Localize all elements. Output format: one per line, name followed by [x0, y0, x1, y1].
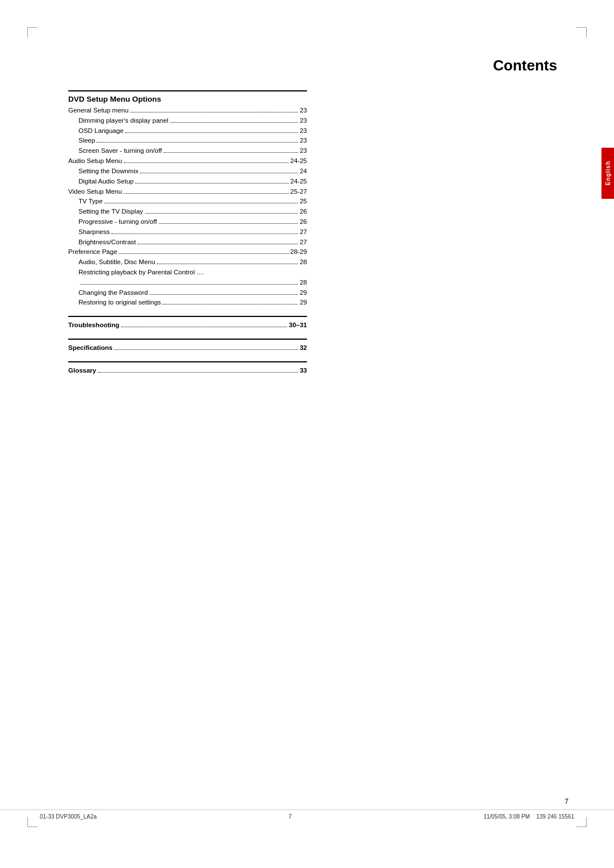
toc-label: Glossary	[68, 366, 96, 376]
toc-item-tv-type: TV Type 25	[68, 197, 307, 207]
toc-label: Specifications	[68, 343, 113, 353]
page-number: 7	[565, 798, 569, 806]
troubleshooting-divider	[68, 316, 307, 317]
corner-mark-tl	[27, 27, 38, 37]
toc-page: 28-29	[291, 247, 307, 257]
footer-date: 11/05/05, 3:08 PM	[483, 813, 530, 820]
toc-dots	[135, 183, 288, 183]
toc-page: 23	[300, 136, 307, 146]
toc-label: Audio Setup Menu	[68, 156, 122, 166]
toc-dots	[150, 294, 298, 295]
toc-dots	[164, 152, 298, 153]
toc-page: 24	[300, 166, 307, 177]
specifications-divider	[68, 339, 307, 340]
page-title: Contents	[68, 57, 580, 74]
toc-page: 28	[300, 278, 307, 288]
toc-dots	[121, 327, 287, 327]
toc-dots	[125, 132, 298, 133]
table-of-contents: DVD Setup Menu Options General Setup men…	[68, 90, 307, 376]
english-language-tab: English	[601, 148, 614, 199]
footer-timestamp: 11/05/05, 3:08 PM 139 246 15561	[483, 813, 574, 820]
toc-dots	[163, 304, 298, 304]
toc-item-parental-control: Restricting playback by Parental Control…	[68, 268, 307, 278]
toc-item-sleep: Sleep 23	[68, 136, 307, 146]
toc-item-password: Changing the Password 29	[68, 288, 307, 298]
toc-page: 24-25	[291, 177, 307, 187]
toc-page: 23	[300, 146, 307, 156]
dvd-setup-header: DVD Setup Menu Options	[68, 95, 307, 103]
toc-label: Video Setup Menu	[68, 187, 122, 197]
toc-label: Sharpness	[78, 227, 110, 237]
toc-item-osd: OSD Language 23	[68, 126, 307, 136]
toc-label: Digital Audio Setup	[78, 177, 134, 187]
toc-dots	[140, 173, 298, 173]
toc-label: Audio, Subtitle, Disc Menu	[78, 257, 155, 268]
toc-label: Preference Page	[68, 247, 117, 257]
toc-page: 29	[300, 288, 307, 298]
toc-item-tv-display: Setting the TV Display 26	[68, 207, 307, 217]
toc-label: Sleep	[78, 136, 95, 146]
corner-mark-tr	[576, 27, 587, 37]
toc-page: 28	[300, 257, 307, 268]
toc-label: Setting the TV Display	[78, 207, 143, 217]
toc-item-glossary: Glossary 33	[68, 366, 307, 376]
toc-label: Troubleshooting	[68, 320, 119, 331]
toc-page: 23	[300, 116, 307, 126]
toc-item-digital-audio: Digital Audio Setup 24-25	[68, 177, 307, 187]
toc-page: 27	[300, 227, 307, 237]
toc-dots	[111, 233, 298, 234]
toc-dots	[119, 253, 288, 254]
toc-page: 23	[300, 126, 307, 136]
toc-label: TV Type	[78, 197, 103, 207]
footer-code: 139 246 15561	[536, 813, 574, 820]
toc-label: Restoring to original settings	[78, 298, 161, 308]
toc-item-general-setup: General Setup menu 23	[68, 106, 307, 116]
gap3	[68, 353, 307, 361]
toc-dots	[170, 122, 298, 123]
glossary-divider	[68, 361, 307, 362]
toc-page: 27	[300, 237, 307, 248]
toc-dots	[138, 244, 298, 244]
footer-doc-ref: 01-33 DVP3005_LA2a	[40, 813, 97, 820]
toc-page: 33	[300, 366, 307, 376]
toc-item-sharpness: Sharpness 27	[68, 227, 307, 237]
toc-dots	[97, 142, 298, 143]
footer: 01-33 DVP3005_LA2a 7 11/05/05, 3:08 PM 1…	[0, 809, 614, 820]
toc-page: 30–31	[289, 320, 307, 331]
toc-label: Brightness/Contrast	[78, 237, 136, 248]
gap1	[68, 308, 307, 316]
toc-label: Progressive - turning on/off	[78, 217, 157, 227]
toc-page: 24-25	[291, 156, 307, 166]
toc-item-progressive: Progressive - turning on/off 26	[68, 217, 307, 227]
toc-label: Changing the Password	[78, 288, 148, 298]
toc-label: Setting the Downmix	[78, 166, 138, 177]
toc-page: 26	[300, 217, 307, 227]
toc-dots	[130, 112, 298, 112]
toc-page: 25-27	[291, 187, 307, 197]
toc-item-audio-setup: Audio Setup Menu 24-25	[68, 156, 307, 166]
toc-item-preference: Preference Page 28-29	[68, 247, 307, 257]
main-content: Contents DVD Setup Menu Options General …	[68, 57, 580, 376]
toc-page: 29	[300, 298, 307, 308]
toc-item-brightness: Brightness/Contrast 27	[68, 237, 307, 248]
toc-label: OSD Language	[78, 126, 123, 136]
toc-label: Dimming player's display panel	[78, 116, 168, 126]
toc-dots	[105, 203, 298, 203]
toc-label: Restricting playback by Parental Control…	[78, 268, 204, 278]
toc-item-audio-subtitle: Audio, Subtitle, Disc Menu 28	[68, 257, 307, 268]
toc-item-downmix: Setting the Downmix 24	[68, 166, 307, 177]
toc-item-restore: Restoring to original settings 29	[68, 298, 307, 308]
dvd-setup-divider	[68, 90, 307, 91]
toc-dots	[114, 349, 298, 350]
toc-label: Screen Saver - turning on/off	[78, 146, 162, 156]
toc-item-dimming: Dimming player's display panel 23	[68, 116, 307, 126]
page: English Contents DVD Setup Menu Options …	[0, 0, 614, 868]
toc-page: 25	[300, 197, 307, 207]
toc-item-troubleshooting: Troubleshooting 30–31	[68, 320, 307, 331]
footer-page: 7	[288, 813, 292, 820]
toc-page: 26	[300, 207, 307, 217]
toc-dots	[123, 193, 288, 194]
toc-dots	[157, 264, 298, 264]
gap2	[68, 331, 307, 339]
toc-dots	[80, 284, 298, 285]
